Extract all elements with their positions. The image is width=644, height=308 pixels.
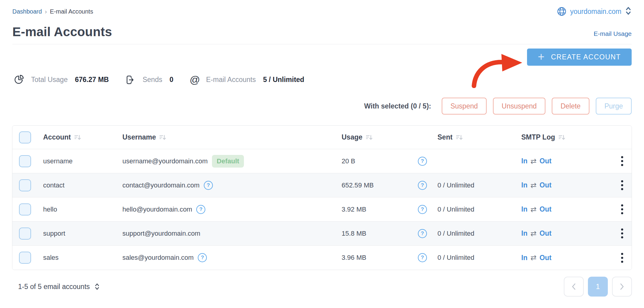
top-bar: Dashboard › E-mail Accounts yourdomain.c… xyxy=(0,0,644,17)
sort-icon[interactable] xyxy=(74,134,82,141)
stat-label: Sends xyxy=(143,76,162,84)
email-usage-link[interactable]: E-mail Usage xyxy=(594,30,632,39)
swap-arrows-icon: ⇄ xyxy=(530,205,536,214)
username-cell: sales@yourdomain.com ? xyxy=(122,253,342,262)
next-page-button[interactable] xyxy=(612,277,632,297)
table-header-row: Account Username Usage Sent xyxy=(12,126,632,149)
delete-button[interactable]: Delete xyxy=(552,98,589,115)
help-icon[interactable]: ? xyxy=(418,205,427,214)
column-label: Username xyxy=(122,133,156,141)
help-icon[interactable]: ? xyxy=(196,205,205,214)
sort-icon[interactable] xyxy=(558,134,566,141)
smtp-in-link[interactable]: In xyxy=(521,181,527,189)
title-row: E-mail Accounts E-mail Usage xyxy=(0,25,644,39)
column-header-account[interactable]: Account xyxy=(43,133,122,141)
column-header-sent[interactable]: Sent xyxy=(437,133,521,141)
page-summary-label: 1-5 of 5 email accounts xyxy=(18,283,90,291)
suspend-button[interactable]: Suspend xyxy=(442,98,487,115)
chevron-right-icon xyxy=(619,282,625,291)
previous-page-button[interactable] xyxy=(564,277,584,297)
usage-cell: 15.8 MB xyxy=(342,230,418,237)
sent-cell: 0 / Unlimited xyxy=(437,206,521,213)
with-selected-label: With selected (0 / 5): xyxy=(364,102,431,110)
sort-icon[interactable] xyxy=(159,134,167,141)
account-cell: support xyxy=(43,230,122,237)
row-actions-menu[interactable] xyxy=(619,227,625,240)
stat-value: 676.27 MB xyxy=(75,76,109,84)
row-checkbox[interactable] xyxy=(19,155,31,167)
breadcrumb-dashboard-link[interactable]: Dashboard xyxy=(12,8,42,15)
smtp-out-link[interactable]: Out xyxy=(540,205,552,213)
help-icon[interactable]: ? xyxy=(418,229,427,238)
breadcrumb-separator: › xyxy=(45,8,47,15)
stat-email-accounts: @ E-mail Accounts 5 / Unlimited xyxy=(190,74,304,86)
select-all-checkbox[interactable] xyxy=(19,131,31,143)
pie-chart-icon xyxy=(14,74,25,86)
smtp-log-cell: In ⇄ Out xyxy=(521,205,612,214)
stat-label: E-mail Accounts xyxy=(206,76,256,84)
swap-arrows-icon: ⇄ xyxy=(530,253,536,262)
row-actions-menu[interactable] xyxy=(619,203,625,216)
row-checkbox[interactable] xyxy=(19,252,31,264)
chevron-updown-icon xyxy=(625,6,632,17)
table-row: contact contact@yourdomain.com ? 652.59 … xyxy=(12,173,632,197)
username-cell: contact@yourdomain.com ? xyxy=(122,181,342,190)
table-row: username username@yourdomain.com Default… xyxy=(12,149,632,173)
domain-selector[interactable]: yourdomain.com xyxy=(557,6,632,17)
stat-sends: Sends 0 xyxy=(125,74,173,86)
sort-icon[interactable] xyxy=(456,134,463,141)
page-size-selector[interactable]: 1-5 of 5 email accounts xyxy=(12,283,99,291)
row-actions-menu[interactable] xyxy=(619,178,625,192)
usage-cell: 3.96 MB xyxy=(342,254,418,262)
help-icon[interactable]: ? xyxy=(418,181,427,190)
email-address: hello@yourdomain.com xyxy=(122,206,192,213)
smtp-in-link[interactable]: In xyxy=(521,229,527,237)
stat-value: 5 / Unlimited xyxy=(263,76,304,84)
smtp-out-link[interactable]: Out xyxy=(540,229,552,237)
column-label: Account xyxy=(43,133,71,141)
help-icon[interactable]: ? xyxy=(204,181,213,190)
row-actions-menu[interactable] xyxy=(619,154,625,168)
row-actions-menu[interactable] xyxy=(619,251,625,265)
bulk-actions-row: With selected (0 / 5): Suspend Unsuspend… xyxy=(0,98,644,115)
domain-name: yourdomain.com xyxy=(570,8,621,16)
current-page-button[interactable]: 1 xyxy=(588,277,608,297)
smtp-in-link[interactable]: In xyxy=(521,254,527,262)
pager: 1 xyxy=(564,277,632,297)
usage-cell: 20 B xyxy=(342,157,418,165)
swap-arrows-icon: ⇄ xyxy=(530,157,536,165)
row-checkbox[interactable] xyxy=(19,203,31,215)
column-header-username[interactable]: Username xyxy=(122,133,342,141)
sort-icon[interactable] xyxy=(365,134,373,141)
smtp-out-link[interactable]: Out xyxy=(540,181,552,189)
smtp-out-link[interactable]: Out xyxy=(540,157,552,165)
row-checkbox[interactable] xyxy=(19,228,31,240)
smtp-out-link[interactable]: Out xyxy=(540,254,552,262)
help-icon[interactable]: ? xyxy=(198,253,207,262)
smtp-log-cell: In ⇄ Out xyxy=(521,229,612,238)
create-account-button[interactable]: + CREATE ACCOUNT xyxy=(527,49,632,66)
column-label: Usage xyxy=(342,133,362,141)
usage-cell: 652.59 MB xyxy=(342,181,418,189)
purge-button[interactable]: Purge xyxy=(596,98,632,115)
stat-total-usage: Total Usage 676.27 MB xyxy=(14,74,109,86)
sent-cell: 0 / Unlimited xyxy=(437,181,521,189)
row-checkbox[interactable] xyxy=(19,179,31,191)
help-icon[interactable]: ? xyxy=(418,253,427,262)
smtp-log-cell: In ⇄ Out xyxy=(521,157,612,165)
smtp-in-link[interactable]: In xyxy=(521,205,527,213)
breadcrumb: Dashboard › E-mail Accounts xyxy=(12,8,93,15)
sent-cell: 0 / Unlimited xyxy=(437,230,521,237)
sent-cell: 0 / Unlimited xyxy=(437,254,521,262)
column-header-smtp-log[interactable]: SMTP Log xyxy=(521,133,612,141)
unsuspend-button[interactable]: Unsuspend xyxy=(493,98,545,115)
smtp-log-cell: In ⇄ Out xyxy=(521,253,612,262)
page-title: E-mail Accounts xyxy=(12,25,112,39)
stat-label: Total Usage xyxy=(31,76,68,84)
smtp-in-link[interactable]: In xyxy=(521,157,527,165)
at-sign-icon: @ xyxy=(190,74,200,86)
help-icon[interactable]: ? xyxy=(418,157,427,166)
column-label: Sent xyxy=(437,133,453,141)
chevron-left-icon xyxy=(570,282,577,291)
column-header-usage[interactable]: Usage xyxy=(342,133,418,141)
